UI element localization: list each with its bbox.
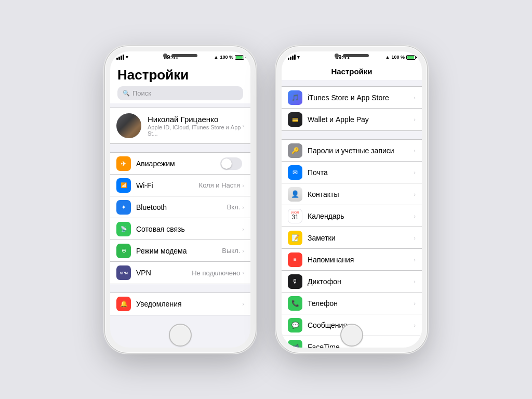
voice-memos-label: Диктофон — [308, 277, 414, 286]
search-placeholder-1: Поиск — [132, 89, 151, 97]
phones-container: ▾ 09:41 ▲ 100 % Настройки 🔍 Поиск — [105, 46, 427, 353]
row-notifications[interactable]: 🔔 Уведомления › — [110, 293, 250, 315]
status-left-2: ▾ — [288, 55, 300, 60]
profile-info: Николай Грицаенко Apple ID, iCloud, iTun… — [148, 115, 242, 137]
location-icon-2: ▲ — [385, 55, 390, 60]
camera-dot-2 — [335, 54, 339, 58]
itunes-label: iTunes Store и App Store — [308, 94, 414, 102]
row-passwords[interactable]: 🔑 Пароли и учетные записи › — [282, 140, 422, 162]
page-title-1: Настройки — [117, 67, 243, 83]
passwords-label: Пароли и учетные записи — [308, 147, 414, 155]
phone-chevron: › — [414, 300, 416, 307]
row-notes[interactable]: 📝 Заметки › — [282, 227, 422, 249]
profile-subtitle: Apple ID, iCloud, iTunes Store и App St.… — [148, 124, 242, 137]
home-button-1[interactable] — [169, 324, 192, 347]
contacts-label: Контакты — [308, 190, 414, 198]
section-connectivity: ✈ Авиарежим 📶 Wi-Fi Коля и Настя › — [110, 152, 250, 284]
iphone-1-screen: ▾ 09:41 ▲ 100 % Настройки 🔍 Поиск — [110, 51, 250, 348]
row-bluetooth[interactable]: ✦ Bluetooth Вкл. › — [110, 196, 250, 218]
row-phone[interactable]: 📞 Телефон › — [282, 292, 422, 314]
airplane-icon: ✈ — [116, 156, 131, 171]
row-itunes[interactable]: 🎵 iTunes Store и App Store › — [282, 87, 422, 109]
profile-row[interactable]: Николай Грицаенко Apple ID, iCloud, iTun… — [110, 108, 250, 144]
speaker-bar — [171, 54, 197, 57]
notifications-chevron: › — [242, 301, 244, 307]
iphone-2-screen: ▾ 09:41 ▲ 100 % Настройки 🎵 — [282, 51, 422, 348]
signal-bar-2-3 — [292, 56, 294, 60]
passwords-chevron: › — [414, 148, 416, 154]
row-calendar[interactable]: ИЮЛ 31 Календарь › — [282, 205, 422, 227]
bluetooth-chevron: › — [242, 204, 244, 210]
profile-chevron: › — [242, 123, 244, 129]
vpn-icon: VPN — [116, 265, 131, 280]
row-reminders[interactable]: ≡ Напоминания › — [282, 249, 422, 271]
row-cellular[interactable]: 📡 Сотовая связь › — [110, 218, 250, 240]
row-wallet[interactable]: 💳 Wallet и Apple Pay › — [282, 109, 422, 130]
row-airplane-mode[interactable]: ✈ Авиарежим — [110, 153, 250, 175]
row-vpn[interactable]: VPN VPN Не подключено › — [110, 262, 250, 284]
signal-bar-4 — [123, 55, 124, 60]
contacts-chevron: › — [414, 191, 416, 197]
camera-dot — [163, 54, 167, 58]
wallet-chevron: › — [414, 116, 416, 123]
row-wifi[interactable]: 📶 Wi-Fi Коля и Настя › — [110, 175, 250, 196]
cellular-chevron: › — [242, 226, 244, 232]
mail-label: Почта — [308, 168, 414, 177]
phone-icon: 📞 — [288, 296, 302, 311]
avatar-image — [116, 113, 141, 138]
divider-1 — [110, 144, 250, 148]
calendar-label: Календарь — [308, 212, 414, 220]
airplane-label: Авиарежим — [136, 159, 220, 168]
facetime-icon: 📹 — [288, 340, 302, 348]
row-mail[interactable]: ✉ Почта › — [282, 162, 422, 183]
facetime-chevron: › — [414, 344, 416, 348]
iphone-1: ▾ 09:41 ▲ 100 % Настройки 🔍 Поиск — [105, 46, 256, 353]
mail-icon: ✉ — [288, 165, 302, 180]
vpn-label: VPN — [136, 269, 192, 277]
bluetooth-icon: ✦ — [116, 200, 131, 215]
iphone-2-top — [335, 54, 369, 58]
wifi-label: Wi-Fi — [136, 181, 199, 190]
speaker-bar-2 — [343, 54, 369, 57]
notifications-label: Уведомления — [136, 300, 242, 308]
wallet-icon: 💳 — [288, 112, 302, 127]
cellular-icon: 📡 — [116, 222, 131, 236]
hotspot-value: Выкл. — [222, 247, 240, 255]
itunes-chevron: › — [414, 95, 416, 101]
divider-4 — [282, 131, 422, 135]
screen-content-1: Настройки 🔍 Поиск Николай Грицаенко Appl… — [110, 63, 250, 348]
home-button-2[interactable] — [340, 324, 363, 347]
vpn-chevron: › — [242, 270, 244, 276]
row-contacts[interactable]: 👤 Контакты › — [282, 183, 422, 205]
vpn-value: Не подключено — [192, 269, 240, 277]
signal-bar-2 — [118, 57, 120, 60]
reminders-chevron: › — [414, 257, 416, 263]
search-bar-1[interactable]: 🔍 Поиск — [117, 86, 243, 100]
signal-bar-2-1 — [288, 58, 289, 60]
wifi-value: Коля и Настя — [199, 181, 241, 189]
cellular-label: Сотовая связь — [136, 225, 242, 233]
signal-bar-3 — [121, 56, 122, 60]
section-notifications: 🔔 Уведомления › — [110, 292, 250, 315]
calendar-icon: ИЮЛ 31 — [288, 209, 302, 223]
screen-content-2: Настройки 🎵 iTunes Store и App Store › 💳… — [282, 63, 422, 348]
status-right-2: ▲ 100 % — [385, 55, 416, 60]
status-left-1: ▾ — [116, 55, 128, 60]
signal-bars-2 — [288, 55, 296, 60]
divider-3 — [282, 80, 422, 82]
contacts-icon: 👤 — [288, 187, 302, 202]
messages-chevron: › — [414, 322, 416, 328]
bluetooth-label: Bluetooth — [136, 203, 227, 211]
wallet-label: Wallet и Apple Pay — [308, 115, 414, 124]
location-icon-1: ▲ — [214, 55, 219, 60]
messages-icon: 💬 — [288, 318, 302, 332]
notes-icon: 📝 — [288, 231, 302, 245]
wifi-icon: 📶 — [116, 178, 131, 193]
airplane-toggle[interactable] — [220, 157, 242, 170]
reminders-icon: ≡ — [288, 252, 302, 267]
facetime-label: FaceTime — [308, 343, 414, 348]
passwords-icon: 🔑 — [288, 143, 302, 158]
row-hotspot[interactable]: ⊕ Режим модема Выкл. › — [110, 240, 250, 262]
row-voice-memos[interactable]: 🎙 Диктофон › — [282, 271, 422, 292]
voice-memos-chevron: › — [414, 278, 416, 285]
